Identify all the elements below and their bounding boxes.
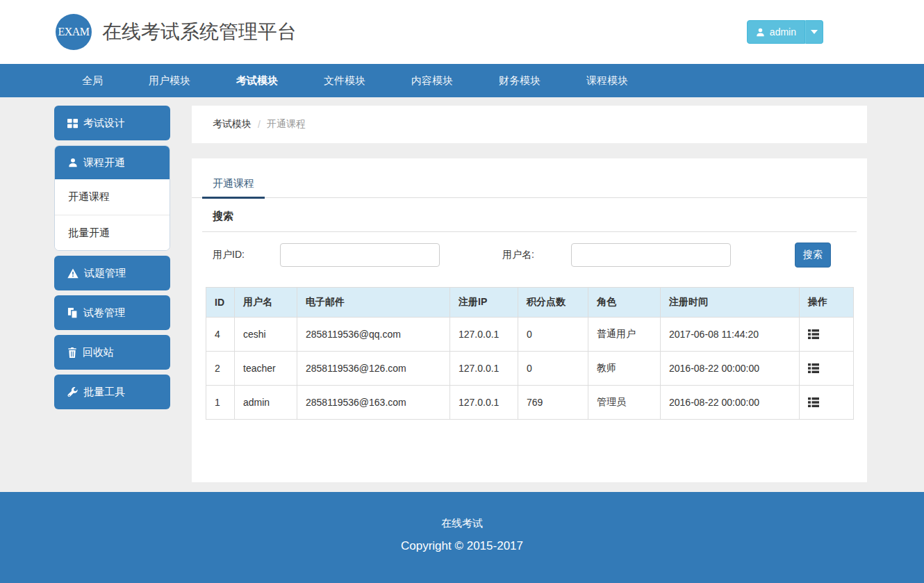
cell-reg-time: 2017-06-08 11:44:20 bbox=[661, 318, 800, 352]
cell-ip: 127.0.0.1 bbox=[450, 386, 518, 420]
sidebar-subitem-label: 开通课程 bbox=[68, 190, 110, 204]
sidebar-item-paper-manage[interactable]: 试卷管理 bbox=[54, 295, 170, 330]
cell-username: teacher bbox=[235, 352, 297, 386]
main-nav-list: 全局 用户模块 考试模块 文件模块 内容模块 财务模块 课程模块 bbox=[0, 64, 924, 97]
col-header-id: ID bbox=[206, 288, 235, 318]
row-actions-button[interactable] bbox=[808, 329, 819, 339]
sidebar-subitem-open-course[interactable]: 开通课程 bbox=[55, 179, 170, 215]
sidebar: 考试设计 课程开通 开通课程 批量开通 bbox=[54, 106, 170, 492]
cell-points: 0 bbox=[518, 352, 588, 386]
cell-username: ceshi bbox=[235, 318, 297, 352]
search-button[interactable]: 搜索 bbox=[795, 243, 831, 268]
sidebar-group-course-open: 课程开通 开通课程 批量开通 bbox=[54, 145, 170, 251]
sidebar-item-label: 试卷管理 bbox=[83, 306, 125, 320]
page: EXAM 在线考试系统管理平台 admin 全局 用户模块 考试模块 文件模块 bbox=[0, 0, 924, 583]
col-header-username: 用户名 bbox=[235, 288, 297, 318]
app-footer: 在线考试 Copyright © 2015-2017 bbox=[0, 492, 924, 583]
sidebar-item-label: 回收站 bbox=[83, 346, 114, 359]
cell-id: 2 bbox=[206, 352, 235, 386]
nav-item-finance-module[interactable]: 财务模块 bbox=[476, 64, 563, 97]
table-row: 1 admin 2858119536@163.com 127.0.0.1 769… bbox=[206, 386, 854, 420]
nav-item-exam-module[interactable]: 考试模块 bbox=[213, 64, 301, 97]
panel-tabs: 开通课程 bbox=[192, 158, 867, 198]
page-title: 在线考试系统管理平台 bbox=[102, 19, 297, 45]
th-list-icon bbox=[808, 363, 819, 373]
sidebar-item-course-open[interactable]: 课程开通 bbox=[55, 146, 170, 179]
cell-role: 普通用户 bbox=[588, 318, 661, 352]
row-actions-button[interactable] bbox=[808, 363, 819, 373]
sidebar-item-label: 课程开通 bbox=[83, 156, 125, 170]
exam-logo-icon: EXAM bbox=[56, 14, 92, 50]
user-button[interactable]: admin bbox=[747, 20, 805, 44]
breadcrumb-item-exam-module[interactable]: 考试模块 bbox=[213, 118, 251, 131]
cell-points: 0 bbox=[518, 318, 588, 352]
app-header: EXAM 在线考试系统管理平台 admin bbox=[0, 0, 924, 64]
user-icon bbox=[756, 28, 765, 37]
search-section: 搜索 用户ID: 用户名: 搜索 bbox=[202, 198, 857, 268]
sidebar-item-label: 考试设计 bbox=[83, 117, 125, 130]
cell-username: admin bbox=[235, 386, 297, 420]
cell-email: 2858119536@126.com bbox=[297, 352, 450, 386]
row-actions-button[interactable] bbox=[808, 397, 819, 407]
nav-item-course-module[interactable]: 课程模块 bbox=[563, 64, 651, 97]
cell-id: 1 bbox=[206, 386, 235, 420]
sidebar-item-exam-design[interactable]: 考试设计 bbox=[54, 106, 170, 140]
cell-id: 4 bbox=[206, 318, 235, 352]
search-form: 用户ID: 用户名: 搜索 bbox=[202, 232, 857, 268]
cell-points: 769 bbox=[518, 386, 588, 420]
duplicate-icon bbox=[67, 308, 78, 318]
sidebar-item-recycle-bin[interactable]: 回收站 bbox=[54, 335, 170, 370]
content-area: 考试设计 课程开通 开通课程 批量开通 bbox=[0, 97, 924, 492]
cell-email: 2858119536@163.com bbox=[297, 386, 450, 420]
sidebar-subitem-label: 批量开通 bbox=[68, 227, 110, 240]
caret-down-icon bbox=[811, 30, 818, 34]
col-header-actions: 操作 bbox=[800, 288, 854, 318]
footer-site-name: 在线考试 bbox=[0, 517, 924, 530]
search-section-title: 搜索 bbox=[202, 198, 857, 232]
main-column: 考试模块 / 开通课程 开通课程 搜索 用户ID: 用户名: 搜索 bbox=[192, 106, 867, 492]
breadcrumb-item-open-course: 开通课程 bbox=[267, 118, 306, 131]
table-header-row: ID 用户名 电子邮件 注册IP 积分点数 角色 注册时间 操作 bbox=[206, 288, 854, 318]
nav-item-global[interactable]: 全局 bbox=[59, 64, 126, 97]
nav-item-content-module[interactable]: 内容模块 bbox=[388, 64, 476, 97]
cell-ip: 127.0.0.1 bbox=[450, 318, 518, 352]
cell-reg-time: 2016-08-22 00:00:00 bbox=[661, 352, 800, 386]
breadcrumb-separator: / bbox=[258, 119, 261, 130]
col-header-role: 角色 bbox=[588, 288, 661, 318]
user-dropdown-button[interactable] bbox=[805, 20, 823, 44]
th-large-icon bbox=[67, 118, 78, 129]
cell-role: 教师 bbox=[588, 352, 661, 386]
footer-copyright: Copyright © 2015-2017 bbox=[0, 539, 924, 553]
user-icon bbox=[68, 158, 78, 167]
user-button-label: admin bbox=[770, 26, 796, 38]
sidebar-item-batch-tools[interactable]: 批量工具 bbox=[54, 375, 170, 409]
brand-link[interactable]: EXAM 在线考试系统管理平台 bbox=[56, 14, 297, 50]
wrench-icon bbox=[67, 387, 78, 397]
col-header-ip: 注册IP bbox=[450, 288, 518, 318]
table-row: 2 teacher 2858119536@126.com 127.0.0.1 0… bbox=[206, 352, 854, 386]
open-course-panel: 开通课程 搜索 用户ID: 用户名: 搜索 bbox=[192, 158, 867, 482]
nav-item-user-module[interactable]: 用户模块 bbox=[126, 64, 213, 97]
users-table: ID 用户名 电子邮件 注册IP 积分点数 角色 注册时间 操作 4 bbox=[206, 287, 854, 420]
th-list-icon bbox=[808, 397, 819, 407]
sidebar-subitem-batch-open[interactable]: 批量开通 bbox=[55, 215, 170, 250]
cell-ip: 127.0.0.1 bbox=[450, 352, 518, 386]
cell-role: 管理员 bbox=[588, 386, 661, 420]
sidebar-item-label: 试题管理 bbox=[84, 267, 126, 280]
warning-icon bbox=[67, 268, 79, 279]
th-list-icon bbox=[808, 329, 819, 339]
nav-item-file-module[interactable]: 文件模块 bbox=[301, 64, 388, 97]
main-nav: 全局 用户模块 考试模块 文件模块 内容模块 财务模块 课程模块 bbox=[0, 64, 924, 97]
sidebar-item-label: 批量工具 bbox=[83, 386, 125, 399]
tab-open-course[interactable]: 开通课程 bbox=[202, 170, 265, 199]
user-id-label: 用户ID: bbox=[213, 249, 280, 261]
sidebar-item-question-manage[interactable]: 试题管理 bbox=[54, 256, 170, 290]
user-id-input[interactable] bbox=[280, 243, 440, 267]
user-menu: admin bbox=[747, 20, 823, 44]
col-header-email: 电子邮件 bbox=[297, 288, 450, 318]
breadcrumb: 考试模块 / 开通课程 bbox=[192, 106, 867, 143]
username-input[interactable] bbox=[571, 243, 731, 267]
trash-icon bbox=[67, 347, 77, 358]
col-header-reg-time: 注册时间 bbox=[661, 288, 800, 318]
cell-reg-time: 2016-08-22 00:00:00 bbox=[661, 386, 800, 420]
